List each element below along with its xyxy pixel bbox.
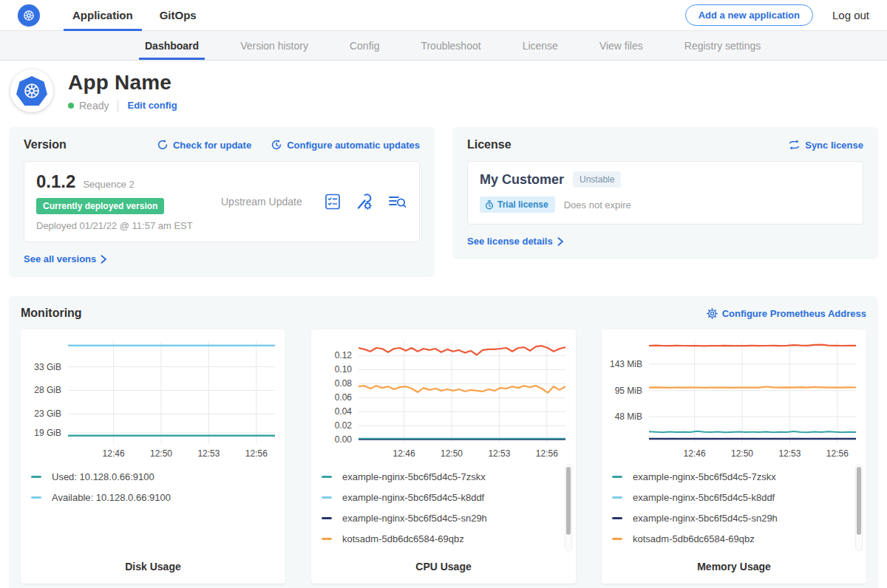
legend-color-dash [31,476,41,478]
version-card: Version Check for update [9,127,435,277]
svg-text:0.12: 0.12 [335,350,353,360]
configure-automatic-updates-link[interactable]: Configure automatic updates [271,139,420,151]
svg-text:12:56: 12:56 [826,448,849,459]
version-sequence: Sequence 2 [83,179,134,190]
subnav-tab-view-files[interactable]: View files [594,31,649,60]
topnav-tabs: Application GitOps [64,0,214,30]
cpu-usage-chart-card: 0.120.100.080.060.040.020.0012:4612:5012… [311,329,576,584]
refresh-icon [157,139,169,151]
trial-license-label: Trial license [497,199,548,210]
legend-item: example-nginx-5bc6f5d4c5-k8ddf [322,492,563,503]
brand-logo[interactable] [18,0,40,30]
config-wrench-icon[interactable] [355,192,374,211]
svg-text:0.10: 0.10 [335,364,353,375]
legend-label: example-nginx-5bc6f5d4c5-sn29h [633,513,778,524]
svg-text:95 MiB: 95 MiB [615,386,642,396]
subnav-tab-license[interactable]: License [517,31,564,60]
preflight-checks-icon[interactable] [323,192,342,211]
legend-color-dash [612,517,622,519]
legend-color-dash [31,496,41,499]
svg-text:12:56: 12:56 [536,448,558,459]
memory-usage-legend: example-nginx-5bc6f5d4c5-7zskxexample-ng… [602,462,866,555]
legend-color-dash [322,538,332,540]
legend-item: Available: 10.128.0.66:9100 [31,492,272,503]
configure-prometheus-link[interactable]: Configure Prometheus Address [707,308,866,319]
app-subnav: Dashboard Version history Config Trouble… [0,31,887,61]
legend-color-dash [322,496,332,499]
legend-item: example-nginx-5bc6f5d4c5-sn29h [322,513,563,524]
see-all-versions-link[interactable]: See all versions [24,253,107,264]
legend-item: example-nginx-5bc6f5d4c5-7zskx [322,471,563,482]
deployed-version-badge: Currently deployed version [36,198,164,214]
app-header: App Name Ready Edit config [0,61,887,123]
customer-name: My Customer [480,172,564,188]
disk-usage-legend: Used: 10.128.0.66:9100Available: 10.128.… [21,462,285,555]
legend-scrollbar[interactable] [855,464,863,551]
tab-gitops[interactable]: GitOps [151,0,205,30]
legend-label: Available: 10.128.0.66:9100 [52,492,171,503]
legend-color-dash [322,517,332,519]
svg-text:12:50: 12:50 [441,448,463,459]
check-for-update-link[interactable]: Check for update [157,139,251,151]
subnav-tab-troubleshoot[interactable]: Troubleshoot [415,31,486,60]
subnav-tab-version-history[interactable]: Version history [234,31,314,60]
svg-text:12:50: 12:50 [150,448,172,459]
current-version-box: 0.1.2 Sequence 2 Currently deployed vers… [24,161,420,242]
legend-color-dash [612,496,622,499]
svg-text:0.00: 0.00 [335,434,353,445]
legend-label: example-nginx-5bc6f5d4c5-7zskx [342,471,486,482]
version-number: 0.1.2 [36,171,75,192]
legend-color-dash [612,476,622,478]
tab-application-label: Application [72,9,133,21]
configure-automatic-updates-label: Configure automatic updates [287,140,420,151]
legend-label: example-nginx-5bc6f5d4c5-k8ddf [342,492,484,503]
legend-scrollbar-thumb[interactable] [566,467,571,535]
license-card: License Sync license My Custom [452,127,878,259]
svg-text:12:46: 12:46 [684,448,706,459]
legend-color-dash [612,538,622,540]
tab-application[interactable]: Application [64,0,142,30]
add-new-application-button[interactable]: Add a new application [685,4,813,26]
cpu-usage-chart-title: CPU Usage [311,561,576,572]
legend-scrollbar[interactable] [565,464,572,551]
ready-status-dot [68,103,74,109]
legend-item: example-nginx-5bc6f5d4c5-sn29h [612,513,853,524]
channel-badge: Unstable [573,171,621,188]
see-license-details-link[interactable]: See license details [467,236,564,247]
memory-usage-chart-title: Memory Usage [602,561,866,572]
subnav-tab-config[interactable]: Config [344,31,385,60]
status-text: Ready [79,100,109,112]
legend-item: example-nginx-5bc6f5d4c5-7zskx [612,471,853,482]
see-license-details-label: See license details [467,236,553,247]
cpu-usage-legend: example-nginx-5bc6f5d4c5-7zskxexample-ng… [311,462,576,555]
logout-button[interactable]: Log out [832,9,869,21]
memory-usage-chart: 143 MiB95 MiB48 MiB12:4612:5012:5312:56 [606,335,862,462]
svg-text:0.08: 0.08 [335,378,353,389]
page-title: App Name [68,71,177,95]
svg-text:12:46: 12:46 [103,448,125,459]
svg-text:23 GiB: 23 GiB [34,408,61,419]
sync-license-link[interactable]: Sync license [788,140,863,151]
svg-text:48 MiB: 48 MiB [615,411,642,422]
view-logs-icon[interactable] [387,192,407,211]
chevron-right-icon [557,237,564,246]
edit-config-link[interactable]: Edit config [127,100,177,111]
deployed-timestamp: Deployed 01/21/22 @ 11:57 am EST [36,220,221,231]
svg-text:12:50: 12:50 [731,448,753,459]
see-all-versions-label: See all versions [24,253,96,264]
memory-usage-chart-card: 143 MiB95 MiB48 MiB12:4612:5012:5312:56 … [602,329,866,584]
disk-usage-chart: 33 GiB28 GiB23 GiB19 GiB12:4612:5012:531… [25,335,281,462]
disk-usage-chart-title: Disk Usage [21,561,285,572]
svg-text:12:53: 12:53 [197,448,220,459]
release-type-label: Upstream Update [221,196,302,208]
check-for-update-label: Check for update [173,140,251,151]
legend-label: example-nginx-5bc6f5d4c5-7zskx [633,471,776,482]
svg-text:12:46: 12:46 [393,448,415,459]
legend-item: kotsadm-5db6dc6584-69qbz [612,533,853,544]
subnav-tab-registry-settings[interactable]: Registry settings [679,31,767,60]
legend-color-dash [322,476,332,478]
top-nav: Application GitOps Add a new application… [0,0,887,31]
legend-scrollbar-thumb[interactable] [857,467,861,535]
subnav-tab-dashboard[interactable]: Dashboard [139,31,205,60]
legend-item: example-nginx-5bc6f5d4c5-k8ddf [612,492,853,503]
